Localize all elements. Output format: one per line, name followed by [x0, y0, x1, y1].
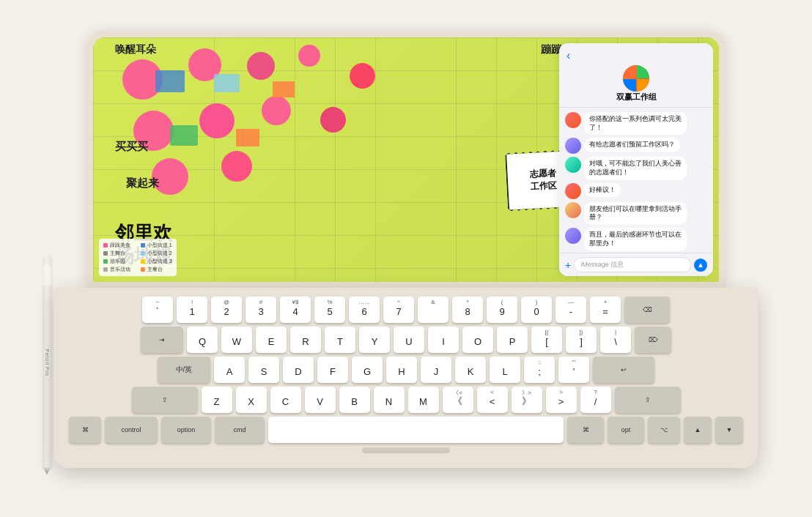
- key-globe[interactable]: ⌘: [69, 417, 101, 443]
- key-s[interactable]: S: [248, 357, 279, 383]
- map-building: [214, 74, 240, 92]
- key-arrow-down[interactable]: ▼: [715, 417, 743, 443]
- message-input-field[interactable]: iMessage 信息: [574, 257, 691, 272]
- map-circle: [298, 45, 320, 67]
- key-minus[interactable]: —-: [556, 297, 586, 323]
- key-6[interactable]: ……6: [349, 297, 380, 323]
- map-label-top1: 唤醒耳朵: [115, 43, 156, 56]
- ipad: 唤醒耳朵 蹦蹦 买买买 聚起来 邻里欢 场地规 志愿者工作区: [87, 31, 725, 288]
- key-2[interactable]: @2: [211, 297, 242, 323]
- back-arrow-icon[interactable]: ‹: [566, 49, 570, 62]
- key-t[interactable]: T: [325, 327, 355, 353]
- send-button[interactable]: ▲: [694, 258, 707, 272]
- key-backspace[interactable]: ⌫: [624, 297, 670, 323]
- map-circle: [320, 107, 346, 133]
- messages-body: 你搭配的这一系列色调可太完美了！ 有给志愿者们预留工作区吗？ 对哦，可不能忘了我…: [559, 108, 713, 253]
- key-tilde[interactable]: ~`: [142, 297, 173, 323]
- key-opt[interactable]: opt: [608, 417, 644, 443]
- message-item: 朋友他们可以在哪里拿到活动手册？: [565, 202, 707, 225]
- key-gt[interactable]: >>: [546, 387, 577, 413]
- msg-avatar: [565, 112, 581, 128]
- key-9[interactable]: (9: [487, 297, 517, 323]
- key-backslash[interactable]: |\: [600, 327, 631, 353]
- key-f[interactable]: F: [317, 357, 348, 383]
- key-d[interactable]: D: [283, 357, 314, 383]
- keyboard-row-qwerty: ⇥ Q W E R T Y U I O P [{[ ]}] |\ ⌦: [69, 327, 743, 353]
- key-arrow-up[interactable]: ▲: [684, 417, 712, 443]
- key-k[interactable]: K: [455, 357, 486, 383]
- key-alt-right[interactable]: ⌥: [648, 417, 680, 443]
- key-ampersand[interactable]: &: [418, 297, 449, 323]
- key-space[interactable]: [268, 417, 564, 443]
- key-u[interactable]: U: [394, 327, 424, 353]
- key-caps[interactable]: 中/英: [158, 357, 210, 383]
- volunteer-text: 志愿者工作区: [529, 167, 557, 193]
- key-shift-right[interactable]: ⇧: [615, 387, 681, 413]
- pencil-label: Pencil Pro: [45, 349, 50, 376]
- key-y[interactable]: Y: [359, 327, 390, 353]
- group-name: 双赢工作组: [616, 92, 657, 103]
- messages-input-bar: + iMessage 信息 ▲: [559, 253, 713, 276]
- key-j[interactable]: J: [421, 357, 451, 383]
- key-semicolon[interactable]: :;;: [524, 357, 555, 383]
- message-item: 好棒议！: [565, 183, 707, 199]
- message-item: 而且，最后的感谢环节也可以在那里办！: [565, 228, 707, 250]
- key-c[interactable]: C: [270, 387, 301, 413]
- key-return[interactable]: ↩: [593, 357, 654, 383]
- message-item: 你搭配的这一系列色调可太完美了！: [565, 112, 707, 135]
- msg-avatar: [565, 228, 581, 244]
- key-shift-left[interactable]: ⇧: [132, 387, 198, 413]
- key-cmd-left[interactable]: cmd: [215, 417, 265, 443]
- key-z[interactable]: Z: [202, 387, 232, 413]
- key-option[interactable]: option: [161, 417, 211, 443]
- key-5[interactable]: %5: [314, 297, 345, 323]
- key-control[interactable]: control: [105, 417, 158, 443]
- key-angle-left[interactable]: 《<《: [443, 387, 473, 413]
- key-a[interactable]: A: [214, 357, 245, 383]
- key-lt[interactable]: <<: [477, 387, 508, 413]
- key-o[interactable]: O: [462, 327, 493, 353]
- ipad-screen: 唤醒耳朵 蹦蹦 买买买 聚起来 邻里欢 场地规 志愿者工作区: [93, 37, 719, 282]
- key-4[interactable]: ¥$4: [280, 297, 311, 323]
- attachment-icon[interactable]: +: [565, 259, 571, 271]
- key-bracket-left[interactable]: [{[: [531, 327, 562, 353]
- message-item: 有给志愿者们预留工作区吗？: [565, 138, 707, 154]
- msg-bubble: 而且，最后的感谢环节也可以在那里办！: [584, 228, 687, 250]
- messages-panel: ‹ 双赢工作组: [559, 43, 713, 276]
- key-equals[interactable]: +=: [590, 297, 621, 323]
- key-i[interactable]: I: [428, 327, 459, 353]
- key-b[interactable]: B: [339, 387, 370, 413]
- key-8[interactable]: *8: [452, 297, 483, 323]
- key-p[interactable]: P: [497, 327, 528, 353]
- map-legend: 踩踩美食 小型街道 1 主舞台 小型街道 2 游乐园 小型街道 3 音乐活动 主…: [99, 239, 177, 276]
- keyboard-row-asdf: 中/英 A S D F G H J K L :;; "'' ↩: [69, 357, 743, 383]
- key-7[interactable]: ^7: [383, 297, 414, 323]
- key-delete-fwd[interactable]: ⌦: [635, 327, 671, 353]
- key-w[interactable]: W: [221, 327, 252, 353]
- key-m[interactable]: M: [408, 387, 439, 413]
- ipad-keyboard-combo: 唤醒耳朵 蹦蹦 买买买 聚起来 邻里欢 场地规 志愿者工作区: [54, 31, 758, 468]
- key-slash[interactable]: ?/: [580, 387, 611, 413]
- key-v[interactable]: V: [305, 387, 336, 413]
- key-q[interactable]: Q: [187, 327, 218, 353]
- key-bracket-right[interactable]: ]}]: [566, 327, 597, 353]
- key-r[interactable]: R: [290, 327, 321, 353]
- key-n[interactable]: N: [374, 387, 405, 413]
- key-g[interactable]: G: [352, 357, 383, 383]
- key-h[interactable]: H: [386, 357, 417, 383]
- map-circle: [199, 103, 235, 138]
- key-1[interactable]: !1: [177, 297, 207, 323]
- key-angle-right[interactable]: 》>》: [512, 387, 542, 413]
- key-l[interactable]: L: [490, 357, 520, 383]
- key-quote[interactable]: "'': [558, 357, 589, 383]
- key-3[interactable]: #3: [246, 297, 276, 323]
- map-circle: [262, 96, 291, 125]
- key-cmd-right[interactable]: ⌘: [567, 417, 604, 443]
- key-e[interactable]: E: [256, 327, 287, 353]
- messages-back[interactable]: ‹: [566, 49, 706, 62]
- trackpad-area: [69, 447, 743, 453]
- key-tab[interactable]: ⇥: [141, 327, 183, 353]
- key-x[interactable]: X: [236, 387, 267, 413]
- key-0[interactable]: )0: [521, 297, 552, 323]
- msg-avatar: [565, 202, 581, 218]
